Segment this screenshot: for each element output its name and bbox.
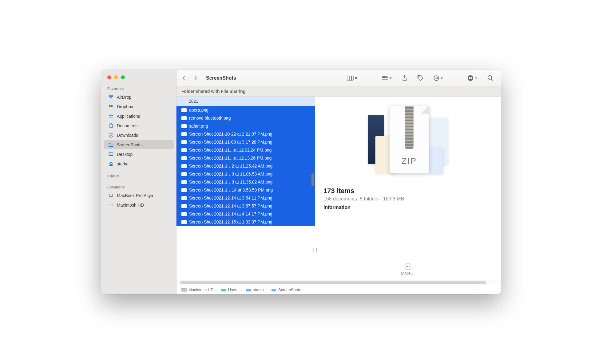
file-thumbnail-icon	[181, 124, 187, 128]
sharing-banner: Folder shared with File Sharing	[176, 86, 501, 97]
file-name: Screen Shot 2021-1…3 at 11.06.53 AM.png	[189, 172, 273, 176]
file-row[interactable]: Screen Shot 2021-1…14 at 3.53.59 PM.png	[176, 186, 315, 194]
group-button[interactable]	[380, 74, 394, 82]
svg-point-14	[437, 78, 438, 78]
search-button[interactable]	[485, 74, 495, 82]
svg-point-10	[418, 77, 419, 77]
file-name: Screen Shot 2021-11-03 at 3.17.28 PM.png	[189, 140, 272, 144]
file-row[interactable]: Screen Shot 2021-12-14 at 4.14.17 PM.png	[176, 210, 315, 218]
file-row[interactable]: Screen Shot 2021-1…2 at 11.25.42 AM.png	[176, 162, 315, 170]
zoom-button[interactable]	[121, 75, 125, 79]
horizontal-scrollbar[interactable]	[176, 280, 501, 285]
svg-rect-6	[347, 76, 353, 80]
sidebar-item-documents[interactable]: Documents	[104, 121, 174, 130]
sidebar-item-macbook[interactable]: MacBook Pro Asya	[104, 191, 174, 200]
more-button[interactable]: ••• More…	[315, 259, 501, 280]
sidebar-item-applications[interactable]: Applications	[104, 112, 174, 121]
file-row[interactable]: Screen Shot 2021-12-14 at 3.57.57 PM.png	[176, 202, 315, 210]
svg-rect-3	[109, 194, 113, 196]
preview-subtitle: 168 documents, 5 folders - 169.8 MB	[323, 196, 492, 202]
file-row[interactable]: Screen Shot 2021-1…3 at 11.06.53 AM.png	[176, 170, 315, 178]
preview-toggle-button[interactable]	[465, 73, 479, 83]
sidebar-item-macintosh-hd[interactable]: Macintosh HD	[104, 200, 174, 209]
home-icon	[108, 161, 114, 167]
sidebar-item-airdrop[interactable]: AirDrop	[104, 93, 174, 101]
path-segment[interactable]: ScreenShots	[271, 287, 301, 292]
file-row[interactable]: Screen Shot 2021-12-14 at 3.54.11 PM.png	[176, 194, 315, 202]
sidebar-item-screenshots[interactable]: ScreenShots	[104, 140, 174, 149]
file-row[interactable]: Screen Shot 2021-12-15 at 1.33.37 PM.png	[176, 218, 315, 226]
scrollbar-thumb[interactable]	[311, 173, 314, 186]
svg-point-13	[436, 78, 437, 78]
svg-rect-9	[386, 76, 388, 77]
sidebar-item-label: starka	[117, 161, 129, 166]
preview-pane: ZIP 173 items 168 documents, 5 folders -…	[315, 97, 501, 280]
sidebar-item-label: Applications	[117, 114, 140, 119]
file-name: Screen Shot 2021-12-14 at 3.57.57 PM.png	[189, 204, 272, 208]
file-thumbnail-icon	[181, 204, 187, 208]
chevron-right-icon: 〉	[241, 288, 244, 292]
close-button[interactable]	[107, 75, 111, 79]
file-thumbnail-icon	[181, 148, 187, 152]
file-thumbnail-icon	[181, 156, 187, 160]
window-title: ScreenShots	[206, 75, 236, 81]
sidebar-item-home[interactable]: starka	[104, 159, 174, 168]
file-thumbnail-icon	[181, 108, 187, 112]
file-list[interactable]: opera.pngremove bluetooth.pngsafari.pngS…	[176, 106, 315, 280]
file-name: Screen Shot 2021-1…3 at 11.35.02 AM.png	[189, 180, 273, 184]
column-scrollbar[interactable]	[311, 108, 315, 280]
tags-button[interactable]	[415, 74, 425, 82]
sidebar-item-label: Dropbox	[117, 104, 133, 109]
finder-window: Favorites AirDrop Dropbox Applications D…	[101, 70, 501, 294]
path-segment[interactable]: Users	[221, 287, 239, 292]
sidebar: Favorites AirDrop Dropbox Applications D…	[101, 70, 176, 294]
file-row[interactable]: Screen Shot 2021-1…3 at 11.35.02 AM.png	[176, 178, 315, 186]
sidebar-item-downloads[interactable]: Downloads	[104, 131, 174, 140]
chevron-right-icon: 〉	[266, 288, 269, 292]
file-thumbnail-icon	[181, 188, 187, 192]
forward-button[interactable]	[194, 75, 199, 81]
sidebar-item-label: AirDrop	[117, 95, 131, 100]
file-row[interactable]: Screen Shot 2021-11…at 12.13.26 PM.png	[176, 154, 315, 162]
minimize-button[interactable]	[114, 75, 118, 79]
file-row[interactable]: Screen Shot 2021-11-03 at 3.17.28 PM.png	[176, 138, 315, 146]
file-thumbnail-icon	[181, 116, 187, 120]
file-row[interactable]: safari.png	[176, 122, 315, 130]
download-icon	[108, 132, 114, 138]
file-row[interactable]: opera.png	[176, 106, 315, 114]
scrollbar-thumb[interactable]	[180, 281, 486, 284]
more-label: More…	[401, 271, 415, 276]
file-row[interactable]: remove bluetooth.png	[176, 114, 315, 122]
disk-icon	[108, 202, 114, 208]
file-name: Screen Shot 2021-11…at 12.13.26 PM.png	[189, 156, 272, 160]
folder-icon	[246, 288, 251, 292]
sidebar-item-label: Documents	[117, 123, 139, 128]
svg-rect-8	[384, 76, 386, 77]
view-columns-button[interactable]	[345, 74, 359, 82]
content-area: 2021 opera.pngremove bluetooth.pngsafari…	[176, 97, 501, 280]
share-button[interactable]	[400, 74, 409, 82]
ellipsis-icon: •••	[405, 263, 411, 270]
zip-label: ZIP	[402, 156, 417, 166]
svg-point-0	[110, 96, 112, 98]
airdrop-icon	[108, 94, 114, 100]
file-name: Screen Shot 2021-12-14 at 3.54.11 PM.png	[189, 196, 272, 200]
sidebar-item-desktop[interactable]: Desktop	[104, 150, 174, 159]
sidebar-item-dropbox[interactable]: Dropbox	[104, 102, 174, 111]
window-controls	[101, 75, 176, 79]
path-segment[interactable]: starka	[246, 287, 264, 292]
sidebar-item-label: ScreenShots	[117, 142, 141, 147]
dropbox-icon	[108, 104, 114, 109]
column-header[interactable]: 2021	[176, 97, 315, 106]
path-bar: Macintosh HD 〉 Users 〉 starka 〉 ScreenSh…	[176, 285, 501, 294]
file-row[interactable]: Screen Shot 2021-10-22 at 2.21.07 PM.png	[176, 130, 315, 138]
path-segment[interactable]: Macintosh HD	[181, 287, 214, 292]
file-thumbnail-icon	[181, 180, 187, 184]
file-row[interactable]: Screen Shot 2021-11…at 12.02.24 PM.png	[176, 146, 315, 154]
hd-icon	[181, 288, 187, 292]
sidebar-section-icloud: iCloud	[101, 172, 176, 180]
chevron-right-icon: 〉	[216, 288, 219, 292]
back-button[interactable]	[182, 75, 187, 81]
sidebar-item-label: MacBook Pro Asya	[117, 193, 153, 198]
action-button[interactable]	[431, 74, 445, 82]
